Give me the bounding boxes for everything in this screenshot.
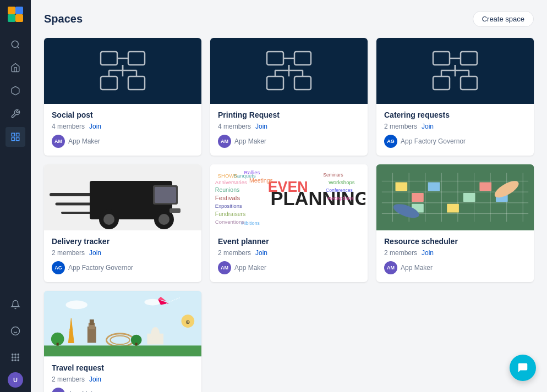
owner-name-event-planner: App Maker bbox=[234, 264, 266, 272]
svg-text:Workshops: Workshops bbox=[329, 179, 355, 185]
svg-rect-33 bbox=[294, 52, 311, 65]
svg-rect-98 bbox=[463, 193, 475, 202]
svg-text:Rallies: Rallies bbox=[244, 169, 260, 175]
delivery-truck-svg bbox=[46, 164, 200, 230]
page-title: Spaces bbox=[44, 13, 83, 25]
apps-icon[interactable] bbox=[6, 347, 25, 367]
card-travel-request[interactable]: ⊕ Travel request 2 members Join AM App M… bbox=[44, 291, 201, 392]
card-event-planner[interactable]: PLANNING EVEN Anniversaries Reunions Fes… bbox=[210, 164, 368, 282]
wrench-icon[interactable] bbox=[6, 104, 25, 124]
owner-avatar-delivery-tracker: AG bbox=[52, 261, 65, 274]
cube-icon[interactable] bbox=[6, 81, 25, 101]
svg-text:EVEN: EVEN bbox=[268, 179, 308, 195]
card-meta-social-post: 4 members Join bbox=[52, 123, 194, 130]
create-space-button[interactable]: Create space bbox=[473, 11, 534, 27]
home-icon[interactable] bbox=[6, 58, 25, 78]
members-count-event-planner: 2 members bbox=[218, 249, 251, 257]
svg-rect-57 bbox=[155, 187, 176, 203]
svg-rect-2 bbox=[8, 14, 15, 22]
svg-point-21 bbox=[18, 360, 19, 361]
svg-text:Festivals: Festivals bbox=[215, 195, 240, 201]
svg-point-118 bbox=[151, 327, 160, 340]
members-count-travel-request: 2 members bbox=[52, 376, 85, 383]
svg-point-14 bbox=[15, 354, 16, 355]
card-owner-printing-request: AM App Maker bbox=[218, 135, 360, 148]
join-link-printing-request[interactable]: Join bbox=[255, 123, 267, 130]
svg-rect-99 bbox=[479, 182, 491, 191]
card-image-catering-requests bbox=[376, 38, 534, 104]
svg-point-17 bbox=[15, 357, 16, 358]
svg-point-59 bbox=[103, 214, 114, 225]
card-meta-travel-request: 2 members Join bbox=[52, 376, 194, 383]
owner-name-social-post: App Maker bbox=[68, 137, 100, 145]
card-printing-request[interactable]: Printing Request 4 members Join AM App M… bbox=[210, 38, 368, 156]
search-icon[interactable] bbox=[6, 35, 25, 54]
travel-svg: ⊕ bbox=[44, 291, 201, 357]
join-link-delivery-tracker[interactable]: Join bbox=[89, 249, 101, 257]
card-image-event-planner: PLANNING EVEN Anniversaries Reunions Fes… bbox=[210, 164, 368, 230]
svg-point-19 bbox=[12, 360, 13, 361]
svg-text:Receptions: Receptions bbox=[327, 195, 354, 201]
svg-rect-24 bbox=[101, 76, 117, 90]
svg-text:Hibitions: Hibitions bbox=[242, 220, 260, 226]
owner-name-printing-request: App Maker bbox=[234, 137, 266, 145]
svg-point-105 bbox=[65, 301, 87, 310]
card-image-resource-scheduler bbox=[376, 164, 534, 230]
owner-avatar-printing-request: AM bbox=[218, 135, 231, 148]
main-content: Spaces Create space S bbox=[31, 0, 547, 392]
card-owner-social-post: AM App Maker bbox=[52, 135, 194, 148]
card-delivery-tracker[interactable]: Delivery tracker 2 members Join AG App F… bbox=[44, 164, 201, 282]
card-owner-travel-request: AM App Maker bbox=[52, 388, 194, 392]
user-avatar[interactable]: U bbox=[8, 372, 23, 388]
card-meta-event-planner: 2 members Join bbox=[218, 249, 360, 257]
svg-rect-123 bbox=[44, 345, 201, 356]
svg-rect-95 bbox=[412, 193, 424, 202]
svg-text:⊕: ⊕ bbox=[185, 319, 190, 325]
face-icon[interactable] bbox=[6, 321, 25, 341]
word-cloud-svg: PLANNING EVEN Anniversaries Reunions Fes… bbox=[212, 164, 365, 230]
svg-point-10 bbox=[12, 327, 20, 335]
owner-name-delivery-tracker: App Factory Governor bbox=[68, 264, 133, 272]
svg-text:Conferences: Conferences bbox=[326, 187, 353, 193]
svg-rect-43 bbox=[461, 52, 477, 65]
join-link-event-planner[interactable]: Join bbox=[255, 249, 267, 257]
card-title-event-planner: Event planner bbox=[218, 237, 360, 246]
svg-point-16 bbox=[12, 357, 13, 358]
svg-rect-22 bbox=[101, 52, 117, 65]
join-link-social-post[interactable]: Join bbox=[89, 123, 101, 130]
card-title-printing-request: Printing Request bbox=[218, 111, 360, 119]
join-link-catering-requests[interactable]: Join bbox=[422, 123, 434, 130]
svg-text:Fundraisers: Fundraisers bbox=[215, 211, 246, 217]
svg-rect-42 bbox=[433, 52, 450, 65]
card-catering-requests[interactable]: Catering requests 2 members Join AG App … bbox=[376, 38, 534, 156]
card-image-social-post bbox=[44, 38, 201, 104]
card-body-delivery-tracker: Delivery tracker 2 members Join AG App F… bbox=[44, 230, 201, 282]
svg-rect-62 bbox=[169, 208, 180, 213]
card-social-post[interactable]: Social post 4 members Join AM App Maker bbox=[44, 38, 201, 156]
join-link-resource-scheduler[interactable]: Join bbox=[422, 249, 434, 257]
card-meta-resource-scheduler: 2 members Join bbox=[384, 249, 526, 257]
owner-avatar-event-planner: AM bbox=[218, 261, 231, 274]
card-owner-delivery-tracker: AG App Factory Governor bbox=[52, 261, 194, 274]
bell-icon[interactable] bbox=[6, 295, 25, 314]
svg-point-18 bbox=[18, 357, 19, 358]
grid-icon[interactable] bbox=[6, 127, 25, 147]
card-image-travel-request: ⊕ bbox=[44, 291, 201, 357]
card-resource-scheduler[interactable]: Resource scheduler 2 members Join AM App… bbox=[376, 164, 534, 282]
svg-rect-1 bbox=[15, 7, 23, 14]
chat-fab-button[interactable] bbox=[510, 355, 536, 381]
svg-rect-7 bbox=[17, 133, 19, 136]
card-body-resource-scheduler: Resource scheduler 2 members Join AM App… bbox=[376, 230, 534, 282]
page-header: Spaces Create space bbox=[44, 11, 534, 27]
members-count-social-post: 4 members bbox=[52, 123, 85, 130]
svg-rect-45 bbox=[461, 76, 477, 90]
svg-text:SHOWS: SHOWS bbox=[218, 173, 238, 179]
svg-rect-94 bbox=[396, 182, 408, 191]
svg-rect-32 bbox=[267, 52, 283, 65]
cards-grid: Social post 4 members Join AM App Maker bbox=[44, 38, 534, 392]
svg-text:Meetings: Meetings bbox=[249, 177, 273, 184]
join-link-travel-request[interactable]: Join bbox=[89, 376, 101, 383]
svg-rect-9 bbox=[12, 138, 14, 141]
svg-point-61 bbox=[158, 214, 169, 225]
svg-point-15 bbox=[18, 354, 19, 355]
